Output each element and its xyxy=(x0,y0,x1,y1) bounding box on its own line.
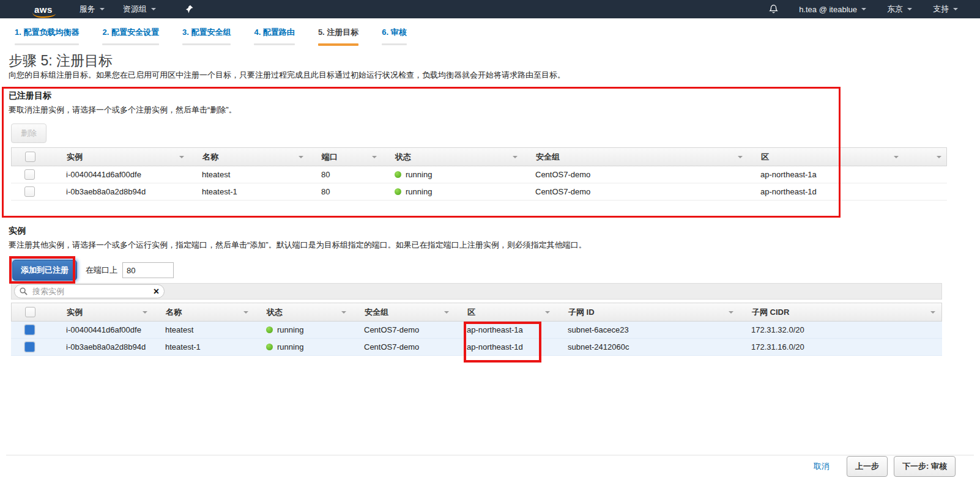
sort-icon xyxy=(444,311,449,316)
wizard-step-tabs: 1. 配置负载均衡器2. 配置安全设置3. 配置安全组4. 配置路由5. 注册目… xyxy=(10,27,412,46)
table-row[interactable]: i-0b3aeb8a0a2d8b94dhteatest-180runningCe… xyxy=(11,183,947,201)
table-cell: running xyxy=(382,170,523,179)
column-header[interactable]: 区 xyxy=(749,148,905,166)
table-cell: CentOS7-demo xyxy=(523,187,748,196)
column-header[interactable]: 状态 xyxy=(254,303,352,321)
table-cell: i-0b3aeb8a0a2d8b94d xyxy=(54,187,190,196)
checkbox-cell xyxy=(11,186,54,197)
table-cell: 172.31.16.0/20 xyxy=(739,342,942,352)
sort-icon xyxy=(179,156,184,161)
table-row[interactable]: i-0b3aeb8a0a2d8b94dhteatest-1runningCent… xyxy=(11,339,942,356)
column-header[interactable]: 实例 xyxy=(54,148,190,166)
nav-support-menu[interactable]: 支持 xyxy=(933,4,958,15)
column-header-label: 名称 xyxy=(166,307,182,318)
table-cell: CentOS7-demo xyxy=(523,170,748,179)
instances-table: 实例名称状态安全组区子网 ID子网 CIDRi-00400441d6af00df… xyxy=(11,303,942,356)
column-header-label: 区 xyxy=(467,307,475,318)
cell-text: ap-northeast-1a xyxy=(760,170,817,179)
tab-underline xyxy=(102,43,158,45)
search-icon xyxy=(20,287,28,295)
wizard-tab[interactable]: 3. 配置安全组 xyxy=(177,27,236,46)
registered-targets-description: 要取消注册实例，请选择一个或多个注册实例，然后单击“删除”。 xyxy=(9,105,237,116)
column-header-label: 名称 xyxy=(202,152,218,163)
sort-icon xyxy=(513,156,518,161)
cell-text: 172.31.16.0/20 xyxy=(751,342,804,352)
table-cell: subnet-6acece23 xyxy=(555,325,739,334)
row-checkbox[interactable] xyxy=(24,325,35,335)
search-field[interactable]: × xyxy=(14,284,165,298)
column-header[interactable]: 安全组 xyxy=(524,148,749,166)
cell-text: ap-northeast-1d xyxy=(760,187,817,196)
table-cell: hteatest xyxy=(190,170,309,179)
cell-text: 80 xyxy=(321,187,330,196)
pin-icon[interactable] xyxy=(185,5,193,13)
column-header[interactable]: 名称 xyxy=(154,303,254,321)
column-header[interactable]: 名称 xyxy=(190,148,310,166)
cell-text: running xyxy=(277,325,303,334)
sort-icon xyxy=(143,311,147,316)
cell-text: hteatest xyxy=(165,325,193,334)
table-cell: i-00400441d6af00dfe xyxy=(54,170,190,179)
tab-underline xyxy=(382,43,406,45)
wizard-tab-label: 4. 配置路由 xyxy=(254,28,294,37)
column-header-label: 安全组 xyxy=(365,307,388,318)
column-header[interactable]: 端口 xyxy=(310,148,383,166)
nav-resource-groups-menu[interactable]: 资源组 xyxy=(123,4,156,15)
aws-logo[interactable]: aws xyxy=(34,4,53,15)
table-row[interactable]: i-00400441d6af00dfehteatestrunningCentOS… xyxy=(11,322,942,339)
row-checkbox[interactable] xyxy=(24,169,35,180)
status-running-icon xyxy=(266,326,273,333)
column-header[interactable]: 实例 xyxy=(54,303,154,321)
page-description: 向您的目标组注册目标。如果您在已启用可用区中注册一个目标，只要注册过程完成且此目… xyxy=(9,70,565,81)
wizard-tab[interactable]: 5. 注册目标 xyxy=(313,27,363,46)
column-header[interactable]: 状态 xyxy=(383,148,524,166)
column-header-label: 子网 CIDR xyxy=(752,307,789,318)
search-input[interactable] xyxy=(31,286,151,296)
table-row[interactable]: i-00400441d6af00dfehteatest80runningCent… xyxy=(11,166,947,183)
wizard-tab[interactable]: 2. 配置安全设置 xyxy=(97,27,163,46)
row-checkbox[interactable] xyxy=(24,342,35,352)
nav-region-menu[interactable]: 东京 xyxy=(887,4,912,15)
previous-step-button[interactable]: 上一步 xyxy=(847,456,888,477)
checkbox-cell xyxy=(11,325,54,335)
select-all-checkbox[interactable] xyxy=(25,307,35,317)
table-cell: running xyxy=(382,187,523,196)
table-cell: subnet-2412060c xyxy=(555,342,739,352)
wizard-tab[interactable]: 1. 配置负载均衡器 xyxy=(10,27,84,46)
registered-targets-table: 实例名称端口状态安全组区i-00400441d6af00dfehteatest8… xyxy=(11,147,947,201)
status-running-icon xyxy=(395,171,401,178)
wizard-tab[interactable]: 4. 配置路由 xyxy=(249,27,299,46)
top-navigation-bar: aws 服务 资源组 h.tea @ iteablue 东京 支持 xyxy=(0,0,980,18)
cell-text: running xyxy=(406,187,432,196)
nav-services-menu[interactable]: 服务 xyxy=(80,4,105,15)
select-all-checkbox[interactable] xyxy=(25,152,35,162)
column-header[interactable]: 子网 CIDR xyxy=(740,303,941,321)
column-header[interactable] xyxy=(905,148,948,166)
nav-account-menu[interactable]: h.tea @ iteablue xyxy=(799,5,866,14)
tab-underline xyxy=(318,43,358,46)
chevron-down-icon xyxy=(953,8,958,13)
table-cell: hteatest-1 xyxy=(190,187,309,196)
wizard-tab-label: 3. 配置安全组 xyxy=(182,28,231,37)
cell-text: i-00400441d6af00dfe xyxy=(66,325,141,334)
clear-search-icon[interactable]: × xyxy=(154,287,159,296)
row-checkbox[interactable] xyxy=(24,186,35,197)
table-cell: 172.31.32.0/20 xyxy=(739,325,942,334)
port-input[interactable] xyxy=(122,262,174,278)
table-cell: CentOS7-demo xyxy=(352,342,455,352)
next-step-review-button[interactable]: 下一步: 审核 xyxy=(894,456,956,477)
wizard-tab-label: 5. 注册目标 xyxy=(318,28,358,37)
wizard-tab[interactable]: 6. 审核 xyxy=(377,27,411,46)
table-cell: CentOS7-demo xyxy=(352,325,455,334)
notifications-bell-icon[interactable] xyxy=(769,4,778,14)
wizard-tab-label: 2. 配置安全设置 xyxy=(102,28,158,37)
add-to-registered-button[interactable]: 添加到已注册 xyxy=(12,260,77,281)
column-header[interactable]: 区 xyxy=(455,303,556,321)
sort-icon xyxy=(894,156,899,161)
cancel-link[interactable]: 取消 xyxy=(814,461,830,472)
column-header[interactable]: 安全组 xyxy=(352,303,455,321)
cell-text: running xyxy=(406,170,432,179)
cell-text: hteatest-1 xyxy=(165,342,201,352)
column-header[interactable]: 子网 ID xyxy=(556,303,740,321)
cell-text: ap-northeast-1a xyxy=(467,325,523,334)
